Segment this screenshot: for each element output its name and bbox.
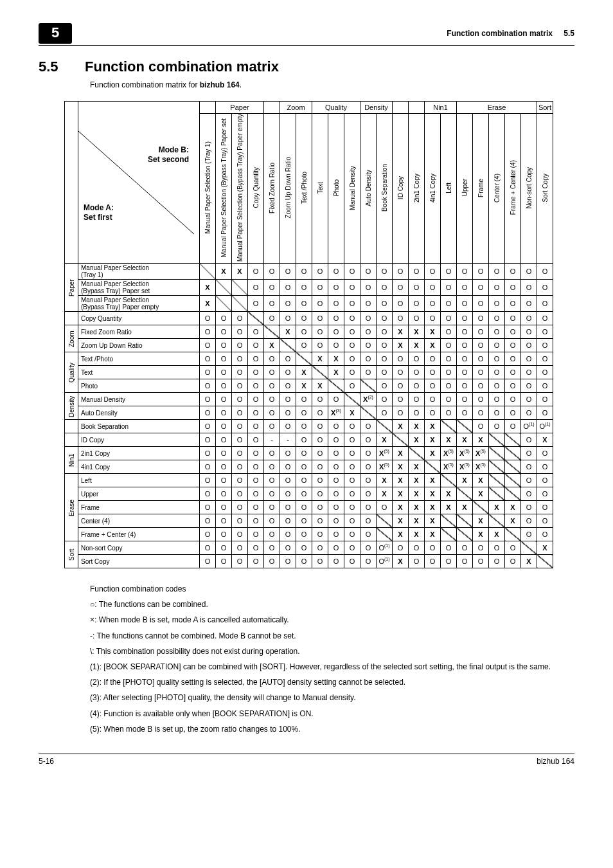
matrix-cell: X (505, 501, 521, 514)
col-header: Auto Density (360, 114, 377, 264)
matrix-cell: O (537, 264, 553, 280)
matrix-cell (296, 352, 312, 366)
matrix-table-wrap: Mode B:Set second Mode A:Set first Paper… (64, 101, 574, 568)
matrix-cell (441, 528, 457, 541)
matrix-cell (377, 528, 393, 541)
matrix-cell: O (328, 541, 344, 555)
matrix-cell: O (232, 433, 248, 447)
matrix-cell: O (280, 460, 296, 474)
matrix-cell: O (489, 366, 505, 379)
matrix-cell: O (489, 379, 505, 393)
matrix-cell: X (393, 420, 409, 433)
matrix-cell: O(1) (377, 555, 393, 568)
matrix-cell: O (441, 312, 457, 325)
matrix-cell: O (473, 406, 489, 420)
matrix-cell: O (216, 487, 232, 501)
matrix-cell: O (393, 406, 409, 420)
matrix-cell: O (377, 393, 393, 406)
matrix-cell: O (360, 264, 377, 280)
matrix-cell: O (248, 280, 264, 296)
matrix-cell (232, 296, 248, 312)
col-group: Erase (457, 102, 537, 114)
matrix-cell (521, 541, 537, 555)
matrix-cell: O(1) (377, 541, 393, 555)
matrix-cell: X (425, 474, 441, 487)
matrix-cell: O (409, 296, 425, 312)
col-header: Fixed Zoom Ratio (264, 114, 280, 264)
matrix-cell: O (457, 541, 473, 555)
matrix-cell: O (264, 280, 280, 296)
matrix-cell: O (296, 339, 312, 352)
matrix-cell: O (473, 339, 489, 352)
col-header: Zoom Up Down Ratio (280, 114, 296, 264)
matrix-cell: O (360, 352, 377, 366)
matrix-cell: O (505, 366, 521, 379)
matrix-cell: O (216, 339, 232, 352)
matrix-cell: O (232, 501, 248, 514)
matrix-cell: O (232, 447, 248, 460)
matrix-cell: O (200, 379, 216, 393)
col-header: 4in1 Copy (425, 114, 441, 264)
matrix-cell: O (344, 501, 360, 514)
matrix-cell: O (409, 406, 425, 420)
matrix-cell: O (312, 280, 328, 296)
intro-product: bizhub 164 (200, 80, 240, 89)
matrix-cell: O (264, 264, 280, 280)
matrix-cell: O (328, 264, 344, 280)
matrix-cell (489, 447, 505, 460)
matrix-cell: O (280, 379, 296, 393)
matrix-cell: O (216, 393, 232, 406)
matrix-cell: O (312, 339, 328, 352)
col-header: Text (312, 114, 328, 264)
row-name: Text (78, 366, 200, 379)
matrix-cell (377, 514, 393, 528)
matrix-cell: O (232, 528, 248, 541)
matrix-cell: O (264, 296, 280, 312)
matrix-cell: O (264, 501, 280, 514)
matrix-cell: X (489, 501, 505, 514)
row-group: Erase (65, 474, 78, 541)
matrix-cell (360, 379, 377, 393)
matrix-cell: O (425, 379, 441, 393)
matrix-cell: O (473, 379, 489, 393)
matrix-cell: O (312, 447, 328, 460)
matrix-cell: O (441, 379, 457, 393)
col-group: Density (360, 102, 393, 114)
matrix-cell: O(1) (521, 420, 537, 433)
matrix-cell: O (344, 447, 360, 460)
matrix-cell: X (393, 339, 409, 352)
matrix-cell: X (425, 514, 441, 528)
row-name: Auto Density (78, 406, 200, 420)
matrix-cell: O (425, 352, 441, 366)
matrix-cell: O (280, 406, 296, 420)
col-header: Left (441, 114, 457, 264)
matrix-cell: O (505, 420, 521, 433)
matrix-cell: O (232, 460, 248, 474)
matrix-cell: O (344, 280, 360, 296)
section-heading: 5.5Function combination matrix (39, 59, 574, 75)
matrix-cell: O (473, 541, 489, 555)
matrix-cell: O (200, 447, 216, 460)
matrix-cell: O (360, 433, 377, 447)
matrix-cell: O (457, 339, 473, 352)
matrix-cell: O (505, 379, 521, 393)
matrix-cell: O (409, 366, 425, 379)
matrix-cell: O (344, 433, 360, 447)
matrix-cell: X (393, 325, 409, 339)
row-name: Sort Copy (78, 555, 200, 568)
matrix-cell: X (393, 555, 409, 568)
matrix-cell: O (248, 352, 264, 366)
matrix-cell (312, 366, 328, 379)
matrix-cell: O (248, 420, 264, 433)
matrix-cell: O (200, 339, 216, 352)
matrix-cell: O (521, 280, 537, 296)
matrix-cell: O (537, 501, 553, 514)
matrix-cell: O (328, 447, 344, 460)
matrix-cell: O (473, 280, 489, 296)
matrix-cell: O (521, 264, 537, 280)
col-group (393, 102, 409, 114)
col-group (200, 102, 216, 114)
matrix-cell: O (441, 541, 457, 555)
matrix-cell (489, 514, 505, 528)
matrix-cell: O (360, 420, 377, 433)
